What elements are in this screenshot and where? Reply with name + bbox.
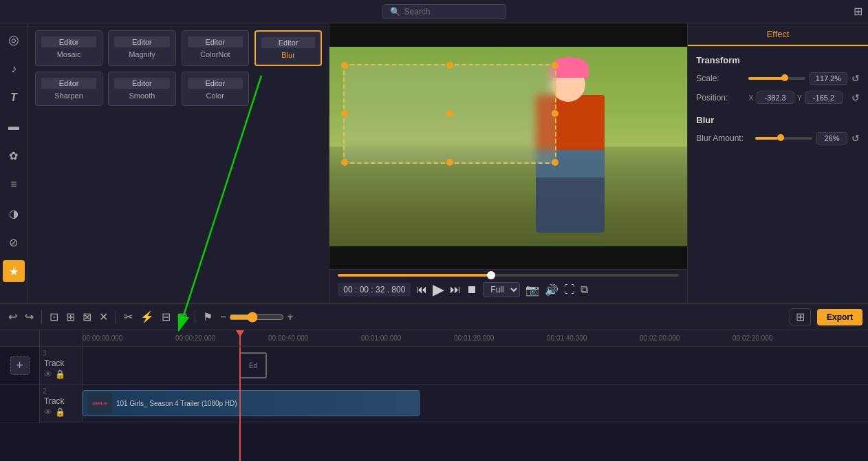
grid-icon[interactable]: ⊞ [854, 5, 862, 18]
effect-editor-label: Editor [41, 36, 96, 47]
stop-button[interactable]: ⏹ [466, 283, 477, 296]
effect-name-blur: Blur [281, 51, 295, 59]
zoom-out-button[interactable]: − [220, 311, 226, 323]
track-eye-icon-3[interactable]: 👁 [44, 369, 52, 379]
cut-button[interactable]: ✂ [121, 309, 135, 325]
timeline-toolbar: ↩ ↪ ⊡ ⊞ ⊠ ✕ ✂ ⚡ ⊟ ⊟ ⚑ − + ⊞ Export [0, 304, 868, 330]
timeline-progress-bar[interactable] [338, 274, 679, 277]
snapshot-button[interactable]: 📷 [525, 283, 539, 297]
step-forward-button[interactable]: ⏭ [450, 283, 461, 296]
scale-slider-track[interactable] [748, 77, 805, 80]
quality-select[interactable]: Full 1/2 1/4 [483, 282, 520, 297]
track-label-3: 3 Track 👁 🔒 [40, 347, 83, 384]
track-num-3: 3 [43, 350, 47, 357]
position-row: Position: X -382.3 Y -165.2 ↺ [696, 92, 860, 104]
paste-button[interactable]: ⊠ [80, 309, 94, 325]
sidebar-icon-audio[interactable]: ♪ [3, 58, 25, 80]
effect-clip-3[interactable]: Ed [239, 352, 267, 378]
scale-row: Scale: 117.2% ↺ [696, 72, 860, 85]
track-lock-icon-3[interactable]: 🔒 [55, 369, 65, 379]
pip-button[interactable]: ⧉ [581, 283, 588, 296]
track-name-2: Track [44, 396, 82, 406]
sidebar-icon-speed[interactable]: ≡ [3, 173, 25, 195]
pos-x-value[interactable]: -382.3 [757, 92, 794, 104]
timeline-tracks: + 3 Track 👁 🔒 Ed [0, 347, 868, 461]
selection-box[interactable] [343, 64, 556, 164]
effect-editor-label: Editor [188, 78, 243, 89]
effect-editor-label: Editor [188, 36, 243, 47]
zoom-slider[interactable] [229, 312, 284, 323]
blur-amount-row: Blur Amount: 26% ↺ [696, 132, 860, 144]
copy-button[interactable]: ⊞ [63, 309, 78, 325]
pos-y-label: Y [797, 94, 802, 102]
ruler-mark-7: 00:02:20.000 [733, 334, 772, 342]
effect-item-sharpen[interactable]: Editor Sharpen [35, 72, 102, 106]
position-reset-button[interactable]: ↺ [851, 92, 860, 103]
trim-end-button[interactable]: ⊟ [175, 309, 190, 325]
svg-line-1 [179, 76, 261, 303]
trim-start-button[interactable]: ⊟ [159, 309, 173, 325]
blur-slider-track[interactable] [755, 137, 812, 140]
zoom-in-button[interactable]: + [287, 311, 293, 323]
sidebar-icon-filters[interactable]: ✿ [3, 144, 25, 167]
right-panel-content: Transform Scale: 117.2% ↺ Position: X [688, 47, 868, 303]
delete-button[interactable]: ✕ [96, 309, 111, 325]
search-input[interactable] [404, 7, 487, 17]
sidebar-icon-transitions[interactable]: ▬ [3, 116, 25, 138]
effects-grid: Editor Mosaic Editor Magnify Editor Colo… [35, 30, 322, 106]
effect-item-mosaic[interactable]: Editor Mosaic [35, 30, 102, 66]
track-content-3[interactable]: Ed [83, 347, 868, 384]
video-clip-title: 101 Girls_ Season 4 Trailer (1080p HD) [116, 400, 237, 407]
ruler-mark-6: 00:02:00.000 [640, 334, 680, 342]
sidebar-icon-favorites[interactable]: ★ [3, 260, 25, 282]
fullscreen-button[interactable]: ⛶ [564, 283, 575, 296]
track-label-2: 2 Track 👁 🔒 [40, 385, 83, 422]
sidebar-icon-mask[interactable]: ⊘ [3, 231, 25, 253]
right-panel: Effect Transform Scale: 117.2% ↺ [687, 23, 868, 303]
detach-button[interactable]: ⊡ [47, 309, 61, 325]
effect-name-mosaic: Mosaic [57, 50, 81, 58]
blur-reset-button[interactable]: ↺ [851, 133, 860, 144]
effect-item-smooth[interactable]: Editor Smooth [108, 72, 175, 106]
redo-button[interactable]: ↪ [22, 309, 36, 325]
search-box[interactable]: 🔍 [382, 4, 506, 19]
effect-item-blur[interactable]: Editor Blur [254, 30, 322, 66]
play-button[interactable]: ▶ [433, 281, 444, 299]
effect-editor-label: Editor [41, 78, 96, 89]
audio-button[interactable]: 🔊 [545, 283, 558, 297]
export-button[interactable]: Export [817, 309, 862, 325]
split-button[interactable]: ⚡ [138, 309, 157, 325]
effect-editor-label: Editor [261, 37, 315, 48]
effect-item-magnify[interactable]: Editor Magnify [108, 30, 175, 66]
track-content-2[interactable]: GIRLS 101 Girls_ Season 4 Trailer (1080p… [83, 385, 868, 422]
tab-effect[interactable]: Effect [688, 23, 868, 46]
timeline-area: ↩ ↪ ⊡ ⊞ ⊠ ✕ ✂ ⚡ ⊟ ⊟ ⚑ − + ⊞ Export [0, 303, 868, 461]
effect-editor-label: Editor [114, 78, 169, 89]
track-lock-icon-2[interactable]: 🔒 [55, 407, 65, 417]
blur-title: Blur [696, 115, 860, 125]
marker-button[interactable]: ⚑ [200, 309, 215, 325]
sidebar-icon-layers[interactable]: ◎ [3, 29, 25, 51]
render-preview-button[interactable]: ⊞ [790, 308, 811, 325]
step-back-button[interactable]: ⏮ [416, 283, 427, 296]
scale-reset-button[interactable]: ↺ [851, 73, 860, 84]
time-display: 00 : 00 : 32 . 800 [338, 283, 411, 297]
ruler-mark-2: 00:00:40.000 [268, 334, 308, 342]
track-num-2: 2 [43, 387, 47, 395]
blur-amount-value: 26% [816, 132, 847, 144]
video-clip-2[interactable]: GIRLS 101 Girls_ Season 4 Trailer (1080p… [83, 390, 420, 416]
track-eye-icon-2[interactable]: 👁 [44, 407, 52, 417]
effect-item-color[interactable]: Editor Color [182, 72, 249, 106]
playhead [239, 330, 241, 346]
left-sidebar: ◎ ♪ T ▬ ✿ ≡ ◑ ⊘ ★ [0, 23, 28, 303]
blur-section: Blur Blur Amount: 26% ↺ [696, 115, 860, 144]
undo-button[interactable]: ↩ [6, 309, 20, 325]
ruler-mark-5: 00:01:40.000 [547, 334, 587, 342]
add-track-button[interactable]: + [10, 356, 30, 375]
sidebar-icon-color[interactable]: ◑ [3, 202, 25, 224]
effect-item-colornot[interactable]: Editor ColorNot [182, 30, 249, 66]
effect-editor-label: Editor [114, 36, 169, 47]
pos-y-value[interactable]: -165.2 [805, 92, 843, 104]
sidebar-icon-text[interactable]: T [3, 87, 25, 109]
ruler-mark-0: 00:00:00.000 [83, 334, 122, 342]
